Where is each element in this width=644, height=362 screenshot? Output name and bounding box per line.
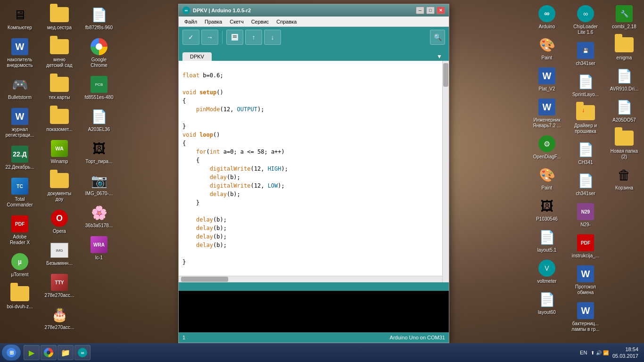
- desktop-icon-protokol[interactable]: W Протоколобмена: [568, 263, 603, 297]
- desktop-icon-voltmeter[interactable]: V voltmeter: [529, 257, 565, 286]
- layout-icon: 📄: [537, 228, 556, 247]
- desktop-icon-enigma[interactable]: enigma: [606, 34, 642, 62]
- desktop-icon-tort[interactable]: 🖼 Торт_пира...: [81, 138, 117, 166]
- desktop-icon-p1030546[interactable]: 🖼 P1030546: [529, 195, 565, 223]
- desktop-icon-bulletstorm[interactable]: 🎮 Bulletstorm: [2, 74, 38, 102]
- open-button[interactable]: ↑: [245, 30, 262, 45]
- toolbar-sep1: [222, 31, 223, 44]
- desktop-icon-ch341ser2[interactable]: 📄 ch341ser: [568, 170, 603, 198]
- desktop-icon-36b3a[interactable]: 🌸 36b3a5178...: [81, 202, 117, 230]
- truetty-icon: TTY: [50, 273, 69, 292]
- desktop-icon-instrukcija[interactable]: PDF instrukcija_...: [568, 232, 603, 260]
- desktop-icon-totalcmd[interactable]: TC TotalCommander: [2, 175, 38, 209]
- desktop-icon-boi[interactable]: boi-dvuh-z...: [2, 283, 38, 311]
- desktop-icon-sprintlayo[interactable]: 📄 SprintLayo...: [568, 71, 603, 99]
- code-line-21: delay(b);: [182, 232, 440, 241]
- desktop-icon-journal[interactable]: W журналрегистраци...: [2, 106, 38, 140]
- desktop-icon-img0670[interactable]: 📷 IMG_0670-...: [81, 170, 117, 198]
- desktop-icon-chrome[interactable]: GoogleChrome: [81, 36, 117, 70]
- tab-dropdown[interactable]: ▼: [434, 52, 445, 61]
- code-line-5: {: [182, 97, 440, 105]
- desktop-icon-layout60[interactable]: 📄 layout60: [529, 288, 565, 317]
- desktop-icon-utorrent[interactable]: µ µTorrent: [2, 251, 38, 279]
- search-button[interactable]: 🔍: [430, 30, 445, 45]
- menu-file[interactable]: Файл: [181, 18, 201, 25]
- desktop-icon-n29[interactable]: N29 N29-: [568, 201, 603, 229]
- new-button[interactable]: [226, 30, 243, 45]
- desktop-icon-lc1[interactable]: WRA lc-1: [81, 234, 117, 262]
- horizontal-scrollbar[interactable]: [179, 276, 442, 282]
- desktop-icon-texkarty[interactable]: тех.карты: [41, 74, 77, 102]
- icon-label: boi-dvuh-z...: [7, 304, 33, 310]
- menu-help[interactable]: Справка: [272, 18, 300, 25]
- ch341-icon: 💾: [576, 41, 595, 60]
- minimize-button[interactable]: ─: [416, 7, 424, 14]
- scrollbar-thumb[interactable]: [443, 63, 448, 87]
- desktop-icon-combi218[interactable]: 🔧 combi_2.18: [606, 3, 642, 31]
- folder-icon3: [50, 37, 69, 56]
- icon-label: 278e270acc...: [45, 293, 74, 298]
- desktop-icon-a205do57[interactable]: 📄 A205DO57: [606, 96, 642, 124]
- start-button[interactable]: ⊞: [2, 345, 21, 361]
- chrome-icon: [90, 37, 108, 56]
- desktop-icon-menusad[interactable]: менюдетский сад: [41, 36, 77, 70]
- new-folder-icon: [615, 129, 634, 148]
- desktop-icon-novaya[interactable]: Новая папка(2): [606, 127, 642, 161]
- adobe-icon: PDF: [10, 214, 29, 233]
- desktop-icon-drajver[interactable]: ↓ Драйвер ипрошивка: [568, 102, 603, 136]
- desktop-icon-opera[interactable]: O Opera: [41, 207, 77, 236]
- desktop-icon-arduino-r[interactable]: ∞ Arduino: [529, 3, 565, 31]
- desktop-icon-paint1[interactable]: 🎨 Paint: [529, 34, 565, 62]
- desktop-icon-computer[interactable]: 🖥 Компьютер: [2, 4, 38, 32]
- desktop-icon-winamp[interactable]: WA Winamp: [41, 138, 77, 166]
- taskbar-media-player[interactable]: ▶: [24, 345, 40, 360]
- desktop-icon-pokazomet[interactable]: показомет...: [41, 106, 77, 134]
- desktop-icon-ch341ser1[interactable]: 💾 ch341ser: [568, 40, 603, 68]
- desktop-icon-a203el[interactable]: 📄 A203EL36: [81, 106, 117, 134]
- icon-label: Opera: [53, 229, 66, 234]
- desktop-icon-chiploader[interactable]: ∞ ChipLoaderLite 1.6: [568, 3, 603, 37]
- taskbar-arduino[interactable]: ∞: [74, 345, 91, 360]
- menu-tools[interactable]: Сервис: [248, 18, 273, 25]
- desktop-icon-fb872[interactable]: 📄 fb872f8s-960: [81, 4, 117, 32]
- desktop-icon-docs[interactable]: документыдоу: [41, 170, 77, 204]
- code-editor[interactable]: float b=0.6; void setup() { pinMode(12, …: [179, 61, 449, 282]
- upload-button[interactable]: →: [201, 30, 218, 45]
- desktop-icon-layout51[interactable]: 📄 layout5.1: [529, 226, 565, 255]
- desktop-icon-img278[interactable]: 🎂 278e270acc...: [41, 304, 77, 332]
- paint-icon: 🎨: [537, 35, 556, 54]
- desktop-right-icons: ∞ Arduino 🎨 Paint W Plat_V2 W Инженерник…: [465, 0, 644, 343]
- maximize-button[interactable]: □: [426, 7, 435, 14]
- menu-sketch[interactable]: Скетч: [226, 18, 247, 25]
- tab-dpkv[interactable]: DPKV: [182, 52, 212, 61]
- desktop-icon-korzina[interactable]: 🗑 Корзина: [606, 164, 642, 192]
- taskbar-files[interactable]: 📁: [58, 345, 74, 360]
- folder-icon4: [50, 75, 69, 94]
- svg-text:⊞: ⊞: [9, 350, 14, 355]
- taskbar-chrome[interactable]: [41, 345, 57, 360]
- icon-label: layout60: [538, 310, 556, 315]
- icon-label: журналрегистраци...: [6, 127, 34, 138]
- desktop-icon-opendiag[interactable]: ⚙ OpenDiagF...: [529, 133, 565, 161]
- desktop-icon-fd8551[interactable]: PCB fd8551es-480: [81, 74, 117, 102]
- desktop-icon-adobe[interactable]: PDF AdobeReader X: [2, 213, 38, 247]
- desktop-icon-platv2[interactable]: W Plat_V2: [529, 65, 565, 93]
- desktop-icon-bezymyann[interactable]: IMG Безымянн...: [41, 239, 77, 268]
- desktop-icon-truetty[interactable]: TTY 278e270acc...: [41, 272, 77, 300]
- code-content[interactable]: float b=0.6; void setup() { pinMode(12, …: [179, 61, 449, 268]
- save-button[interactable]: ↓: [264, 30, 281, 45]
- desktop-icon-excel[interactable]: 22.Д 22.Декабрь...: [2, 143, 38, 172]
- desktop-icon-ch341[interactable]: 📄 CH341: [568, 139, 603, 167]
- desktop-icon-paint2[interactable]: 🎨 Paint: [529, 164, 565, 192]
- vertical-scrollbar[interactable]: [442, 61, 449, 282]
- menu-edit[interactable]: Правка: [201, 18, 226, 25]
- desktop-icon-avr910[interactable]: 📄 AVR910.Dri...: [606, 65, 642, 93]
- desktop-icon-bakternicz[interactable]: W бактерниц...лампы в гр...: [568, 300, 603, 334]
- close-button[interactable]: ✕: [437, 7, 445, 14]
- h-scrollbar-thumb[interactable]: [181, 277, 228, 282]
- desktop-icon-word1[interactable]: W накопительвнедомость: [2, 36, 38, 70]
- desktop-icon-inzhen[interactable]: W ИнженерникЯнварь7.2 ...: [529, 96, 565, 130]
- desktop-icon-medsestra[interactable]: мед.сестра: [41, 4, 77, 32]
- recycle-icon: 🗑: [615, 165, 634, 184]
- verify-button[interactable]: ✓: [182, 30, 199, 45]
